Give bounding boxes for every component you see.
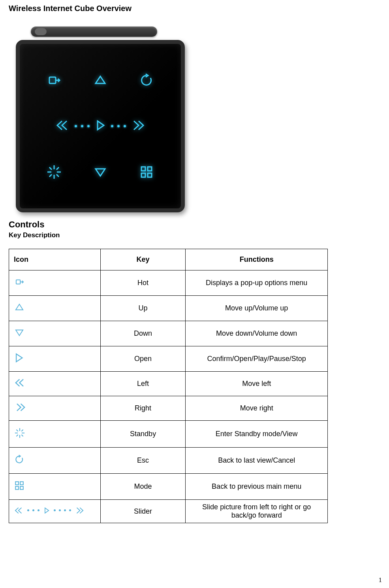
page-title: Wireless Internet Cube Overview xyxy=(9,4,380,13)
table-row: Left Move left xyxy=(9,372,328,396)
device-image xyxy=(16,24,186,214)
mode-icon xyxy=(129,158,164,186)
col-key: Key xyxy=(100,249,185,270)
hot-icon xyxy=(36,66,72,94)
table-row: Hot Displays a pop-up options menu xyxy=(9,270,328,296)
up-icon xyxy=(83,66,118,94)
svg-rect-2 xyxy=(148,167,152,171)
key-cell: Open xyxy=(100,346,185,372)
fn-cell: Move left xyxy=(186,372,328,396)
key-cell: Down xyxy=(100,321,185,346)
down-icon xyxy=(83,158,118,186)
down-icon xyxy=(14,327,25,338)
up-icon xyxy=(14,302,25,312)
table-row: Standby Enter Standby mode/View xyxy=(9,421,328,448)
table-row: Right Move right xyxy=(9,396,328,421)
left-icon xyxy=(14,378,26,388)
table-header-row: Icon Key Functions xyxy=(9,249,328,270)
table-row: Down Move down/Volume down xyxy=(9,321,328,346)
svg-rect-6 xyxy=(15,482,19,485)
svg-rect-8 xyxy=(15,486,19,490)
key-cell: Standby xyxy=(100,421,185,448)
svg-rect-0 xyxy=(49,77,56,83)
key-description-heading: Key Description xyxy=(9,231,380,239)
fn-cell: Slide picture from left to right or go b… xyxy=(186,500,328,523)
standby-icon xyxy=(36,158,72,186)
svg-rect-4 xyxy=(148,173,152,177)
col-icon: Icon xyxy=(9,249,101,270)
key-description-table: Icon Key Functions Hot Displays a pop-up… xyxy=(9,249,328,523)
open-icon xyxy=(94,119,107,134)
fn-cell: Back to last view/Cancel xyxy=(186,448,328,474)
open-icon xyxy=(14,353,24,363)
mode-icon xyxy=(14,480,25,491)
svg-rect-5 xyxy=(16,280,20,284)
key-cell: Right xyxy=(100,396,185,421)
fn-cell: Displays a pop-up options menu xyxy=(186,270,328,296)
right-icon xyxy=(130,119,146,133)
fn-cell: Back to previous main menu xyxy=(186,474,328,500)
table-row: Slider Slide picture from left to right … xyxy=(9,500,328,523)
standby-icon xyxy=(14,427,26,439)
table-row: Up Move up/Volume up xyxy=(9,296,328,321)
svg-rect-7 xyxy=(20,482,23,485)
key-cell: Hot xyxy=(100,270,185,296)
page-number: 1 xyxy=(379,576,382,584)
slider-icon xyxy=(14,507,85,514)
fn-cell: Move up/Volume up xyxy=(186,296,328,321)
fn-cell: Move down/Volume down xyxy=(186,321,328,346)
col-fn: Functions xyxy=(186,249,328,270)
fn-cell: Confirm/Open/Play/Pause/Stop xyxy=(186,346,328,372)
device-antenna xyxy=(31,26,157,37)
key-cell: Left xyxy=(100,372,185,396)
fn-cell: Enter Standby mode/View xyxy=(186,421,328,448)
esc-icon xyxy=(14,454,25,465)
svg-rect-3 xyxy=(141,173,145,177)
svg-rect-9 xyxy=(20,486,23,490)
key-cell: Mode xyxy=(100,474,185,500)
key-cell: Up xyxy=(100,296,185,321)
table-row: Esc Back to last view/Cancel xyxy=(9,448,328,474)
fn-cell: Move right xyxy=(186,396,328,421)
controls-heading: Controls xyxy=(9,219,380,230)
device-body xyxy=(16,40,185,212)
right-icon xyxy=(14,403,26,412)
table-row: Open Confirm/Open/Play/Pause/Stop xyxy=(9,346,328,372)
hot-icon xyxy=(14,277,26,287)
left-icon xyxy=(55,119,71,133)
key-cell: Slider xyxy=(100,500,185,523)
svg-rect-1 xyxy=(141,167,145,171)
key-cell: Esc xyxy=(100,448,185,474)
esc-icon xyxy=(129,66,164,94)
table-row: Mode Back to previous main menu xyxy=(9,474,328,500)
